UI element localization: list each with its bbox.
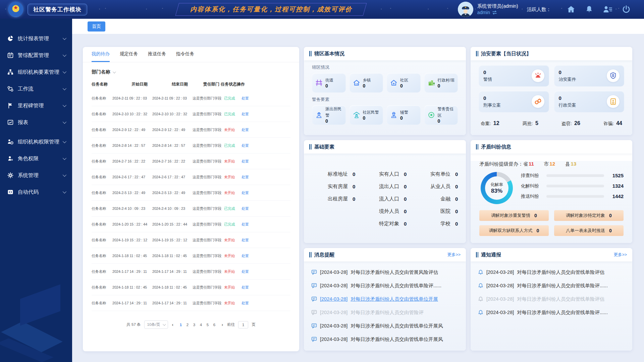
table-row: 任务名称 2024-2-9 12 : 22 : 49 2024-2-9 12 :… — [92, 122, 290, 138]
sidebar-item-stats-report[interactable]: 统计报表管理 — [0, 30, 72, 47]
sidebar-item-org-permission[interactable]: 组织机构权限管理 — [0, 133, 72, 150]
handle-task-link[interactable]: 处置 — [241, 301, 249, 306]
escalation-stats: 省11市12县13 — [523, 161, 587, 167]
sidebar-item-role-permission[interactable]: 角色权限 — [0, 150, 72, 167]
responsible-dept: 这是责任部门字段 — [193, 96, 224, 101]
tile-community[interactable]: 社区0 — [387, 73, 421, 93]
more-link[interactable]: 更多>> — [613, 252, 627, 258]
notice-item[interactable]: [2024-03-28] 对每日涉矛盾纠纷人员交由管线单险评...... — [478, 306, 625, 319]
online-users-icon[interactable] — [603, 5, 612, 14]
message-item[interactable]: [2024-03-28] 对每日涉矛盾纠纷人员交由管展风险评估 — [311, 265, 459, 279]
sidebar-item-police-config[interactable]: 警综配置管理 — [0, 47, 72, 64]
notice-text: 对每日涉矛盾纠纷人员交由管线单险评...... — [517, 283, 608, 289]
active-users-label: 活跃人数： — [527, 6, 551, 13]
dispute-stat-button[interactable]: 调解双方缺联系人方式0 — [479, 225, 549, 236]
message-item[interactable]: [2024-03-28] 对每日涉矛盾纠纷人员交由管险评 — [311, 306, 459, 319]
bar-row: 推送纠纷 1442 — [521, 193, 624, 199]
dispute-stat-button[interactable]: 调解对象涉特定对象0 — [554, 210, 624, 221]
title-accent — [309, 252, 312, 257]
page-number[interactable]: 4 — [198, 321, 204, 328]
sidebar-item-workflow[interactable]: 工作流 — [0, 80, 72, 97]
notice-item[interactable]: [2024-03-28] 对每日涉矛盾纠纷人员交由管线单险评估 — [478, 265, 625, 279]
page-size-select[interactable]: 10条/页 — [144, 320, 168, 329]
message-item[interactable]: [2024-03-28] 对每日涉矛盾纠纷人员交由管线单位开展风 — [311, 333, 459, 346]
next-page-button[interactable]: › — [221, 322, 224, 327]
responsible-dept: 这是责任部门字段 — [193, 112, 224, 117]
task-name: 任务名称 — [92, 175, 112, 180]
tile-village[interactable]: 行政村/居0 — [424, 73, 458, 93]
sidebar-item-milestone[interactable]: 里程碑管理 — [0, 97, 72, 114]
page-number[interactable]: 5 — [204, 321, 211, 328]
notice-item[interactable]: [2024-03-28] 对每日涉矛盾纠纷人员交由管线单险评估 — [478, 292, 625, 306]
handle-task-link[interactable]: 处置 — [241, 269, 249, 274]
task-tab[interactable]: 我的待办 — [92, 47, 110, 62]
handle-task-link[interactable]: 处置 — [241, 175, 249, 180]
messages-panel: 消息提醒 更多>> [2024-03-28] 对每日涉矛盾纠纷人员交由管展风险评… — [304, 248, 466, 351]
power-logout-icon[interactable] — [622, 5, 631, 14]
handle-task-link[interactable]: 处置 — [241, 285, 249, 290]
start-date: 2024-1-17 14 : 29 : 11 — [112, 301, 152, 305]
home-icon[interactable] — [567, 5, 576, 14]
tile-aux-police[interactable]: 辅警0 — [387, 105, 421, 125]
tile-community-police[interactable]: 社区民警0 — [350, 105, 383, 125]
handle-task-link[interactable]: 处置 — [241, 238, 249, 243]
page-number[interactable]: 1 — [177, 321, 184, 328]
more-link[interactable]: 更多>> — [447, 252, 461, 258]
tab-home[interactable]: 首页 — [88, 21, 105, 32]
handle-task-link[interactable]: 处置 — [241, 96, 249, 101]
tile-town[interactable]: 乡镇0 — [350, 73, 383, 93]
crime-stat: 诈骗:44 — [603, 120, 622, 127]
notification-bell-icon[interactable] — [585, 5, 593, 14]
basic-col-3: 实有单位0从业人员0金融0医院0学校0 — [409, 170, 460, 232]
escalation-stat: 县13 — [565, 161, 576, 167]
column-header: 操作 — [237, 81, 245, 87]
tile-criminal-cases[interactable]: 0刑事立案 — [479, 91, 549, 112]
prev-page-button[interactable]: ‹ — [171, 322, 174, 327]
tile-security-cases[interactable]: 0治安案件 — [554, 65, 625, 86]
tile-station-police[interactable]: 派出所民警0 — [312, 105, 346, 125]
sidebar-item-org-elements[interactable]: 组织机构要素管理 — [0, 64, 72, 80]
sidebar-item-auto-code[interactable]: 自动代码 — [0, 184, 72, 200]
task-tab[interactable]: 推送任务 — [148, 47, 166, 62]
page-number[interactable]: 3 — [191, 321, 198, 328]
dispute-stat-button[interactable]: 调解对象涉重复警情0 — [479, 210, 549, 221]
handle-task-link[interactable]: 处置 — [241, 253, 249, 258]
community-officer-icon — [353, 111, 360, 119]
notice-item[interactable]: [2024-03-28] 对每日涉矛盾纠纷人员交由管线单险评...... — [478, 279, 625, 292]
tile-admin-cases[interactable]: 0行政受案 — [554, 91, 625, 112]
main-content: 我的待办规定任务推送任务指令任务 部门名称 任务名称开始日期结束日期责任部门任务… — [72, 34, 644, 362]
handle-task-link[interactable]: 处置 — [241, 143, 249, 148]
handle-task-link[interactable]: 处置 — [241, 127, 249, 132]
handle-task-link[interactable]: 处置 — [241, 159, 249, 164]
column-header: 开始日期 — [131, 81, 172, 87]
handle-task-link[interactable]: 处置 — [241, 190, 249, 195]
department-filter[interactable]: 部门名称 — [83, 62, 299, 78]
page-number[interactable]: 2 — [184, 321, 191, 328]
user-avatar[interactable] — [458, 2, 473, 17]
task-tab[interactable]: 规定任务 — [120, 47, 138, 62]
switch-user-icon[interactable] — [492, 10, 497, 15]
page-number[interactable]: 6 — [211, 321, 218, 328]
goto-page-input[interactable] — [238, 321, 248, 328]
sidebar-item-system[interactable]: 系统管理 — [0, 167, 72, 184]
dispute-stat-button[interactable]: 八单一表未及时推送0 — [554, 225, 624, 236]
handle-task-link[interactable]: 处置 — [241, 112, 249, 117]
task-tab[interactable]: 指令任务 — [176, 47, 194, 62]
police-emblem-logo: ★ — [8, 2, 23, 17]
handle-task-link[interactable]: 处置 — [241, 222, 249, 227]
sidebar-item-report[interactable]: 报表 — [0, 114, 72, 131]
handle-task-link[interactable]: 处置 — [241, 206, 249, 211]
message-item[interactable]: [2024-03-28] 对每日涉矛盾纠纷人员交由管线单险评...... — [311, 279, 459, 292]
tile-street[interactable]: 街道0 — [312, 73, 346, 93]
message-item[interactable]: [2024-03-28] 对每日涉矛盾纠纷人员交由管线单位开展风 — [311, 319, 459, 333]
tile-police-alerts[interactable]: 0警情 — [479, 65, 549, 86]
responsible-dept: 这是责任部门字段 — [193, 253, 224, 258]
config-board-icon — [7, 52, 13, 58]
police-officer-icon — [458, 2, 473, 17]
message-bubble-icon — [311, 337, 317, 342]
star-icon: ★ — [8, 4, 23, 11]
bell-icon — [478, 269, 483, 275]
tile-duty-zone[interactable]: 警务责任区0 — [424, 105, 458, 125]
message-item[interactable]: [2024-03-28] 对每日涉矛盾纠纷人员交由管线单位开展 — [311, 292, 459, 306]
notice-text: 对每日涉矛盾纠纷人员交由管线单险评估 — [517, 269, 604, 276]
